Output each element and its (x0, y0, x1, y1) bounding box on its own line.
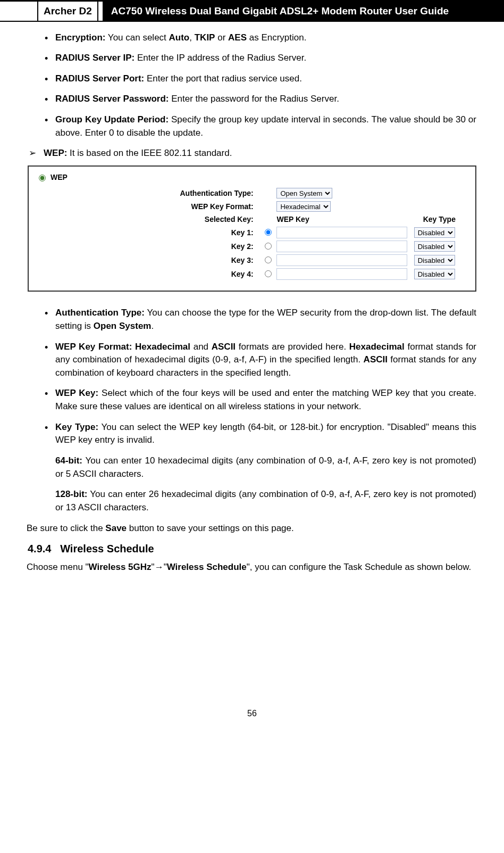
t: . (151, 321, 154, 331)
t: AES (228, 32, 247, 43)
t: , (189, 32, 194, 43)
selkey-label: Selected Key: (153, 214, 259, 225)
key4-radio[interactable] (265, 270, 272, 277)
bullet-wep-key: WEP Key: Select which of the four keys w… (45, 387, 476, 413)
l: WEP Key: (55, 388, 98, 398)
sub-64bit: 64-bit: You can enter 10 hexadecimal dig… (55, 454, 476, 481)
label: RADIUS Server IP: (55, 53, 135, 63)
key1-radio[interactable] (265, 229, 272, 236)
t: You can enter 26 hexadecimal digits (any… (55, 489, 476, 512)
t: Open System (94, 321, 152, 331)
arrow-icon: → (155, 562, 164, 572)
t: It is based on the IEEE 802.11 standard. (67, 148, 232, 158)
row-header: Selected Key: WEP Key Key Type (153, 214, 465, 225)
auth-type-select[interactable]: Open System (276, 188, 332, 198)
key1-input[interactable] (276, 227, 407, 238)
t: Wireless 5GHz (89, 562, 152, 572)
bullet-radius-ip: RADIUS Server IP: Enter the IP address o… (45, 52, 476, 65)
key4-input[interactable] (276, 268, 407, 280)
bullet-wep-format: WEP Key Format: Hexadecimal and ASCII fo… (45, 341, 476, 380)
bullet-radius-port: RADIUS Server Port: Enter the port that … (45, 72, 476, 86)
t: ", you can configure the Task Schedule a… (247, 562, 472, 572)
save-note: Be sure to click the Save button to save… (27, 522, 476, 535)
t: ASCII (364, 354, 388, 365)
page-number: 56 (0, 707, 504, 735)
label: Group Key Update Period: (55, 114, 169, 125)
key1-label: Key 1: (153, 227, 259, 238)
t: Enter the port that radius service used. (144, 73, 302, 84)
bullet-auth-type: Authentication Type: You can choose the … (45, 307, 476, 333)
bullet-radius-password: RADIUS Server Password: Enter the passwo… (45, 93, 476, 106)
t: Enter the IP address of the Radius Serve… (135, 53, 306, 63)
t: Wireless Schedule (167, 562, 247, 572)
page-header: Archer D2 AC750 Wireless Dual Band Gigab… (0, 0, 504, 22)
row-format: WEP Key Format: Hexadecimal (153, 201, 465, 212)
page-body: Encryption: You can select Auto, TKIP or… (0, 22, 504, 574)
top-bullet-list: Encryption: You can select Auto, TKIP or… (28, 31, 476, 140)
bullet-encryption: Encryption: You can select Auto, TKIP or… (45, 31, 476, 45)
key2-input[interactable] (276, 241, 407, 252)
l: Authentication Type: (55, 308, 145, 318)
t: ASCII (212, 342, 236, 352)
row-key1: Key 1: Disabled (153, 227, 465, 238)
section-heading: 4.9.4 Wireless Schedule (28, 541, 476, 557)
t: You can select (105, 32, 169, 43)
l: 128-bit: (55, 489, 87, 499)
key4-type-select[interactable]: Disabled (414, 269, 455, 279)
label: RADIUS Server Port: (55, 73, 144, 84)
t: Save (105, 523, 127, 533)
section-title: Wireless Schedule (60, 543, 154, 554)
model-label: Archer D2 (37, 1, 98, 22)
t: You can enter 10 hexadecimal digits (any… (55, 456, 476, 479)
label: RADIUS Server Password: (55, 94, 169, 104)
t: Hexadecimal (349, 342, 405, 352)
wep-radio-label: WEP (51, 172, 68, 183)
wep-settings-screenshot: WEP Authentication Type: Open System WEP… (28, 165, 476, 292)
wep-format-select[interactable]: Hexadecimal (276, 201, 331, 212)
wepkey-head: WEP Key (276, 214, 414, 225)
t: as Encryption. (247, 32, 306, 43)
t: You can select the WEP key length (64-bi… (55, 422, 476, 445)
t: Auto (169, 32, 190, 43)
l: WEP Key Format: (55, 342, 132, 352)
t: Hexadecimal (135, 342, 190, 352)
key2-radio[interactable] (265, 243, 272, 250)
t: and (190, 342, 212, 352)
key3-label: Key 3: (153, 255, 259, 266)
key3-input[interactable] (276, 254, 407, 266)
key3-radio[interactable] (265, 256, 272, 263)
section-number: 4.9.4 (28, 543, 51, 554)
l: 64-bit: (55, 456, 82, 466)
keytype-head: Key Type (414, 214, 465, 225)
t: Choose menu " (27, 562, 89, 572)
auth-label: Authentication Type: (153, 188, 259, 198)
t: Enter the password for the Radius Server… (169, 94, 339, 104)
key1-type-select[interactable]: Disabled (414, 227, 455, 238)
wep-radio-row: WEP (36, 172, 465, 183)
fmt-label: WEP Key Format: (153, 201, 259, 212)
key3-type-select[interactable]: Disabled (414, 255, 455, 266)
key2-type-select[interactable]: Disabled (414, 241, 455, 252)
bullet-group-key: Group Key Update Period: Specify the gro… (45, 113, 476, 139)
row-key4: Key 4: Disabled (153, 268, 465, 280)
l: Key Type: (55, 422, 98, 432)
row-auth: Authentication Type: Open System (153, 188, 465, 198)
t: or (215, 32, 228, 43)
schedule-note: Choose menu "Wireless 5GHz"→"Wireless Sc… (27, 561, 476, 574)
wep-form: Authentication Type: Open System WEP Key… (153, 188, 465, 280)
guide-title: AC750 Wireless Dual Band Gigabit ADSL2+ … (103, 2, 504, 21)
label: WEP: (44, 148, 67, 158)
t: Select which of the four keys will be us… (55, 388, 476, 411)
bullet-key-type: Key Type: You can select the WEP key len… (45, 421, 476, 447)
mid-bullet-list: Authentication Type: You can choose the … (28, 307, 476, 447)
t: Be sure to click the (27, 523, 105, 533)
row-key2: Key 2: Disabled (153, 241, 465, 252)
t: TKIP (195, 32, 215, 43)
wep-arrow-item: WEP: It is based on the IEEE 802.11 stan… (28, 147, 476, 160)
wep-mode-radio[interactable] (39, 175, 46, 181)
key4-label: Key 4: (153, 269, 259, 279)
label: Encryption: (55, 32, 105, 43)
row-key3: Key 3: Disabled (153, 254, 465, 266)
t: formats are provided here. (236, 342, 349, 352)
sub-128bit: 128-bit: You can enter 26 hexadecimal di… (55, 488, 476, 514)
